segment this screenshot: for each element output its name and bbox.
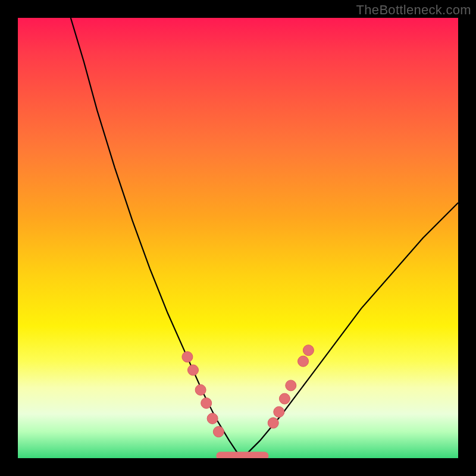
data-point [213, 427, 224, 437]
data-point [188, 365, 199, 375]
data-point [195, 384, 206, 395]
watermark-text: TheBottleneck.com [356, 2, 471, 18]
data-points-right [268, 345, 314, 428]
data-point [182, 352, 193, 362]
bottleneck-curve [71, 18, 458, 454]
plot-area [18, 18, 458, 458]
chart-svg [18, 18, 458, 458]
data-point [268, 418, 278, 428]
data-point [207, 413, 218, 424]
chart-frame: TheBottleneck.com [0, 0, 476, 476]
data-point [274, 406, 284, 417]
data-point [298, 356, 309, 367]
data-points-left [182, 352, 224, 437]
data-point [279, 393, 290, 404]
data-point [303, 345, 314, 356]
data-point [201, 398, 212, 409]
data-point [286, 380, 296, 391]
